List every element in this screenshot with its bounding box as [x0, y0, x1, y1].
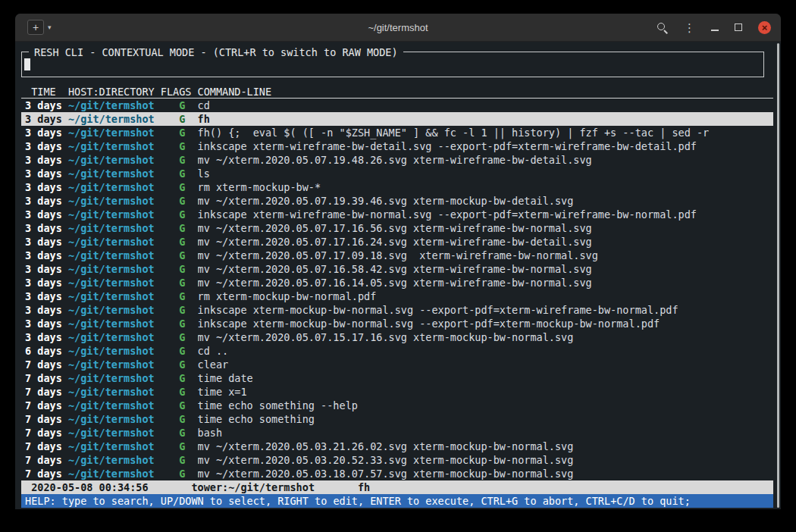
restore-icon[interactable]	[735, 23, 742, 31]
history-row[interactable]: 3 days ~/git/termshot G fh() {; eval $( …	[21, 126, 773, 139]
row-flags: G	[161, 208, 198, 221]
row-flags: G	[161, 99, 198, 112]
history-row[interactable]: 6 days ~/git/termshot G cd ..	[21, 344, 773, 358]
row-flags: G	[161, 385, 198, 399]
row-time: 7 days	[25, 467, 68, 480]
row-command: inkscape xterm-mockup-bw-normal.svg --ex…	[198, 303, 773, 317]
row-flags: G	[161, 126, 198, 139]
row-time: 3 days	[25, 317, 68, 330]
row-command: mv ~/xterm.2020.05.03.18.07.57.svg xterm…	[198, 467, 773, 480]
history-list: 3 days ~/git/termshot G cd 3 days ~/git/…	[21, 99, 773, 480]
row-time: 3 days	[25, 262, 68, 276]
row-directory: ~/git/termshot	[68, 371, 161, 385]
row-command: mv ~/xterm.2020.05.07.17.16.24.svg xterm…	[198, 235, 773, 249]
history-row[interactable]: 7 days ~/git/termshot G bash	[21, 426, 773, 440]
terminal-content: RESH CLI - CONTEXTUAL MODE - (CTRL+R to …	[15, 42, 781, 509]
row-time: 7 days	[25, 453, 68, 467]
history-row[interactable]: 7 days ~/git/termshot G time date	[21, 371, 773, 385]
row-flags: G	[161, 139, 198, 153]
history-row[interactable]: 3 days ~/git/termshot G mv ~/xterm.2020.…	[21, 153, 773, 167]
row-command: mv ~/xterm.2020.05.07.15.17.16.svg xterm…	[198, 330, 773, 344]
row-flags: G	[161, 262, 198, 276]
row-time: 3 days	[25, 194, 68, 208]
history-row[interactable]: 3 days ~/git/termshot G mv ~/xterm.2020.…	[21, 194, 773, 208]
row-flags: G	[161, 467, 198, 480]
chevron-down-icon[interactable]: ▾	[48, 23, 52, 31]
row-command: time echo something	[198, 412, 773, 426]
terminal-window: + ▾ ~/git/termshot ⋮ × RESH CLI - CONTEX…	[15, 14, 781, 509]
row-time: 3 days	[25, 180, 68, 194]
row-directory: ~/git/termshot	[68, 303, 161, 317]
row-directory: ~/git/termshot	[68, 330, 161, 344]
history-row[interactable]: 3 days ~/git/termshot G mv ~/xterm.2020.…	[21, 235, 773, 249]
row-directory: ~/git/termshot	[68, 453, 161, 467]
titlebar: + ▾ ~/git/termshot ⋮ ×	[15, 14, 781, 42]
close-button[interactable]: ×	[758, 21, 771, 34]
header-command: COMMAND-LINE	[198, 85, 773, 98]
history-row[interactable]: 3 days ~/git/termshot G rm xterm-mockup-…	[21, 289, 773, 303]
new-tab-button[interactable]: +	[27, 20, 44, 35]
history-row[interactable]: 3 days ~/git/termshot G inkscape xterm-m…	[21, 303, 773, 317]
row-directory: ~/git/termshot	[68, 249, 161, 262]
row-command: mv ~/xterm.2020.05.07.16.14.05.svg xterm…	[198, 276, 773, 289]
kebab-menu-icon[interactable]: ⋮	[684, 22, 695, 33]
row-directory: ~/git/termshot	[68, 467, 161, 480]
history-row[interactable]: 3 days ~/git/termshot G fh	[21, 112, 773, 126]
row-directory: ~/git/termshot	[68, 153, 161, 167]
row-flags: G	[161, 221, 198, 235]
history-row[interactable]: 3 days ~/git/termshot G inkscape xterm-w…	[21, 208, 773, 221]
header-flags: FLAGS	[161, 85, 198, 98]
row-time: 7 days	[25, 358, 68, 371]
scrollbar[interactable]	[777, 43, 779, 508]
history-row[interactable]: 7 days ~/git/termshot G mv ~/xterm.2020.…	[21, 440, 773, 453]
history-row[interactable]: 3 days ~/git/termshot G mv ~/xterm.2020.…	[21, 249, 773, 262]
row-directory: ~/git/termshot	[68, 99, 161, 112]
history-row[interactable]: 3 days ~/git/termshot G cd	[21, 99, 773, 112]
row-directory: ~/git/termshot	[68, 440, 161, 453]
row-directory: ~/git/termshot	[68, 399, 161, 412]
status-query: fh	[358, 480, 370, 494]
history-row[interactable]: 7 days ~/git/termshot G mv ~/xterm.2020.…	[21, 453, 773, 467]
history-row[interactable]: 7 days ~/git/termshot G time echo someth…	[21, 412, 773, 426]
row-flags: G	[161, 167, 198, 180]
search-icon[interactable]	[657, 22, 668, 33]
history-row[interactable]: 3 days ~/git/termshot G inkscape xterm-m…	[21, 317, 773, 330]
row-command: mv ~/xterm.2020.05.07.19.39.46.svg xterm…	[198, 194, 773, 208]
history-row[interactable]: 3 days ~/git/termshot G mv ~/xterm.2020.…	[21, 221, 773, 235]
search-input[interactable]: RESH CLI - CONTEXTUAL MODE - (CTRL+R to …	[21, 52, 764, 77]
row-time: 3 days	[25, 235, 68, 249]
history-row[interactable]: 3 days ~/git/termshot G inkscape xterm-w…	[21, 139, 773, 153]
row-command: time date	[198, 371, 773, 385]
history-row[interactable]: 7 days ~/git/termshot G time x=1	[21, 385, 773, 399]
row-directory: ~/git/termshot	[68, 317, 161, 330]
history-row[interactable]: 7 days ~/git/termshot G clear	[21, 358, 773, 371]
history-row[interactable]: 3 days ~/git/termshot G ls	[21, 167, 773, 180]
row-time: 3 days	[25, 330, 68, 344]
row-time: 3 days	[25, 153, 68, 167]
row-directory: ~/git/termshot	[68, 126, 161, 139]
history-row[interactable]: 3 days ~/git/termshot G rm xterm-mockup-…	[21, 180, 773, 194]
row-directory: ~/git/termshot	[68, 235, 161, 249]
row-command: fh() {; eval $( ([ -n "$ZSH_NAME" ] && f…	[198, 126, 773, 139]
minimize-icon[interactable]	[711, 30, 719, 31]
row-flags: G	[161, 303, 198, 317]
mode-box-label: RESH CLI - CONTEXTUAL MODE - (CTRL+R to …	[29, 45, 403, 59]
header-time: TIME	[25, 85, 68, 98]
history-row[interactable]: 3 days ~/git/termshot G mv ~/xterm.2020.…	[21, 262, 773, 276]
row-command: mv ~/xterm.2020.05.07.16.58.42.svg xterm…	[198, 262, 773, 276]
list-header: TIME HOST:DIRECTORY FLAGS COMMAND-LINE	[21, 85, 773, 99]
row-directory: ~/git/termshot	[68, 180, 161, 194]
row-command: clear	[198, 358, 773, 371]
history-row[interactable]: 7 days ~/git/termshot G mv ~/xterm.2020.…	[21, 467, 773, 480]
row-time: 7 days	[25, 371, 68, 385]
row-command: rm xterm-mockup-bw-*	[198, 180, 773, 194]
titlebar-right-controls: ⋮ ×	[657, 21, 771, 34]
row-flags: G	[161, 330, 198, 344]
row-directory: ~/git/termshot	[68, 221, 161, 235]
row-time: 3 days	[25, 289, 68, 303]
history-row[interactable]: 3 days ~/git/termshot G mv ~/xterm.2020.…	[21, 276, 773, 289]
history-row[interactable]: 7 days ~/git/termshot G time echo someth…	[21, 399, 773, 412]
row-flags: G	[161, 412, 198, 426]
row-flags: G	[161, 289, 198, 303]
history-row[interactable]: 3 days ~/git/termshot G mv ~/xterm.2020.…	[21, 330, 773, 344]
